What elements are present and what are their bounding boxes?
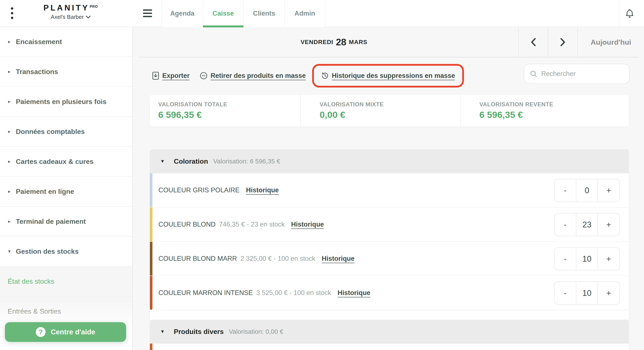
product-name: COULEUR MARRON INTENSE — [158, 289, 253, 297]
search-input[interactable] — [541, 70, 627, 78]
quantity-stepper: - 23 + — [554, 213, 620, 236]
sidebar-item-gestion-des-stocks[interactable]: Gestion des stocks — [0, 237, 132, 267]
sidebar-item-terminal-de-paiement[interactable]: Terminal de paiement — [0, 207, 132, 237]
chevron-down-icon — [86, 16, 90, 19]
stat-value: 6 596,35 € — [158, 109, 300, 120]
history-link[interactable]: Historique — [322, 255, 354, 263]
main-content: VENDREDI 28 MARS Aujourd'hui Exporter Re… — [133, 27, 644, 350]
quantity-stepper: - 10 + — [554, 247, 620, 270]
top-header: PLANITYPRO Axel's Barber Agenda Caisse C… — [0, 0, 644, 27]
chevron-right-icon — [8, 159, 13, 164]
pro-badge: PRO — [90, 5, 98, 8]
product-color-bar — [150, 276, 152, 310]
history-link[interactable]: Historique — [338, 289, 370, 297]
help-center-button[interactable]: ? Centre d'aide — [5, 322, 126, 342]
toolbar: Exporter Retirer des produits en masse H… — [152, 57, 464, 94]
product-name: COULEUR BLOND MARR — [158, 255, 237, 263]
sidebar-subitem-entrees-sorties[interactable]: Entrées & Sorties — [0, 297, 132, 327]
chevron-left-icon — [530, 38, 536, 46]
valuation-stats-card: VALORISATION TOTALE 6 596,35 € VALORISAT… — [150, 95, 629, 126]
quantity-value: 23 — [576, 214, 598, 236]
increment-button[interactable]: + — [598, 214, 620, 236]
product-color-bar — [150, 344, 152, 350]
increment-button[interactable]: + — [598, 179, 620, 202]
sidebar-item-donnees-comptables[interactable]: Données comptables — [0, 117, 132, 147]
tab-admin[interactable]: Admin — [284, 0, 325, 27]
next-day-button[interactable] — [548, 27, 578, 57]
chevron-right-icon — [8, 99, 13, 104]
sidebar-item-encaissement[interactable]: Encaissement — [0, 27, 132, 57]
sidebar-item-paiements-plusieurs-fois[interactable]: Paiements en plusieurs fois — [0, 87, 132, 117]
product-detail: 3 525,00 € - 100 en stock — [256, 289, 331, 297]
annotation-highlight: Historique des suppressions en masse — [312, 64, 464, 87]
history-clock-icon — [321, 72, 329, 80]
chevron-right-icon — [560, 38, 566, 46]
chevron-right-icon — [8, 219, 13, 224]
increment-button[interactable]: + — [598, 248, 620, 270]
sidebar-item-paiement-en-ligne[interactable]: Paiement en ligne — [0, 177, 132, 207]
product-name: COULEUR BLOND — [158, 221, 216, 228]
bell-icon — [624, 8, 635, 19]
header-divider — [619, 0, 619, 27]
table-row: COULEUR BLOND 746,35 € - 23 en stock His… — [150, 208, 629, 242]
planity-logo: PLANITYPRO Axel's Barber — [24, 3, 118, 20]
history-link[interactable]: Historique — [246, 186, 279, 194]
tab-agenda[interactable]: Agenda — [162, 0, 202, 27]
bulk-remove-link[interactable]: Retirer des produits en masse — [200, 72, 306, 80]
history-link[interactable]: Historique — [291, 221, 324, 228]
quantity-value: 10 — [576, 248, 598, 270]
chevron-down-icon — [8, 249, 13, 254]
decrement-button[interactable]: - — [554, 179, 576, 202]
product-color-bar — [150, 208, 152, 241]
tab-clients[interactable]: Clients — [244, 0, 284, 27]
bulk-delete-history-link[interactable]: Historique des suppressions en masse — [321, 72, 455, 80]
sidebar-item-cartes-cadeaux[interactable]: Cartes cadeaux & cures — [0, 147, 132, 177]
section-gap — [150, 310, 629, 320]
chevron-right-icon — [8, 129, 13, 134]
chevron-right-icon — [8, 69, 13, 74]
stat-valorisation-totale: VALORISATION TOTALE 6 596,35 € — [150, 95, 300, 126]
table-row: COULEUR MARRON INTENSE 3 525,00 € - 100 … — [150, 276, 629, 310]
sidebar-subitem-etat-des-stocks[interactable]: État des stocks — [0, 267, 132, 297]
main-tabs: Agenda Caisse Clients Admin — [162, 0, 325, 27]
notifications-button[interactable] — [624, 8, 635, 20]
table-row: COULEUR GRIS POLAIRE Historique - 0 + — [150, 173, 629, 208]
quantity-stepper: - 0 + — [554, 179, 620, 202]
search-container — [524, 64, 630, 84]
decrement-button[interactable]: - — [554, 282, 576, 304]
minus-circle-icon — [200, 72, 208, 80]
export-link[interactable]: Exporter — [152, 72, 190, 80]
collapse-triangle-icon: ▼ — [160, 329, 165, 334]
quantity-value: 0 — [576, 179, 598, 202]
decrement-button[interactable]: - — [554, 248, 576, 270]
section-header-coloration[interactable]: ▼ Coloration Valorisation: 6 596,35 € — [150, 149, 629, 173]
chevron-right-icon — [8, 189, 13, 194]
tab-caisse[interactable]: Caisse — [202, 0, 244, 27]
account-switcher[interactable]: Axel's Barber — [51, 14, 90, 20]
decrement-button[interactable]: - — [554, 214, 576, 236]
date-bar: VENDREDI 28 MARS Aujourd'hui — [133, 27, 644, 57]
section-header-produits-divers[interactable]: ▼ Produits divers Valorisation: 0,00 € — [150, 320, 629, 344]
logo-text: PLANITYPRO — [24, 3, 118, 12]
account-name: Axel's Barber — [51, 14, 84, 20]
stock-table-card: ▼ Coloration Valorisation: 6 596,35 € CO… — [150, 149, 629, 350]
stat-valorisation-revente: VALORISATION REVENTE 6 596,35 € — [460, 95, 629, 126]
product-detail: 2 325,00 € - 100 en stock — [240, 255, 315, 263]
chevron-right-icon — [8, 39, 13, 44]
quantity-value: 10 — [576, 282, 598, 304]
stat-value: 6 596,35 € — [479, 109, 629, 120]
previous-day-button[interactable] — [518, 27, 548, 57]
collapse-triangle-icon: ▼ — [160, 159, 165, 164]
product-detail: 746,35 € - 23 en stock — [219, 221, 285, 228]
today-button[interactable]: Aujourd'hui — [578, 27, 644, 57]
product-name: COULEUR GRIS POLAIRE — [158, 186, 240, 194]
export-file-icon — [152, 72, 159, 80]
sidebar-item-transactions[interactable]: Transactions — [0, 57, 132, 87]
search-icon — [530, 70, 538, 78]
increment-button[interactable]: + — [598, 282, 620, 304]
kebab-menu-icon[interactable] — [10, 7, 14, 19]
quantity-stepper: - 10 + — [554, 282, 620, 305]
product-color-bar — [150, 173, 152, 207]
product-color-bar — [150, 242, 152, 276]
hamburger-menu-button[interactable] — [143, 9, 152, 17]
